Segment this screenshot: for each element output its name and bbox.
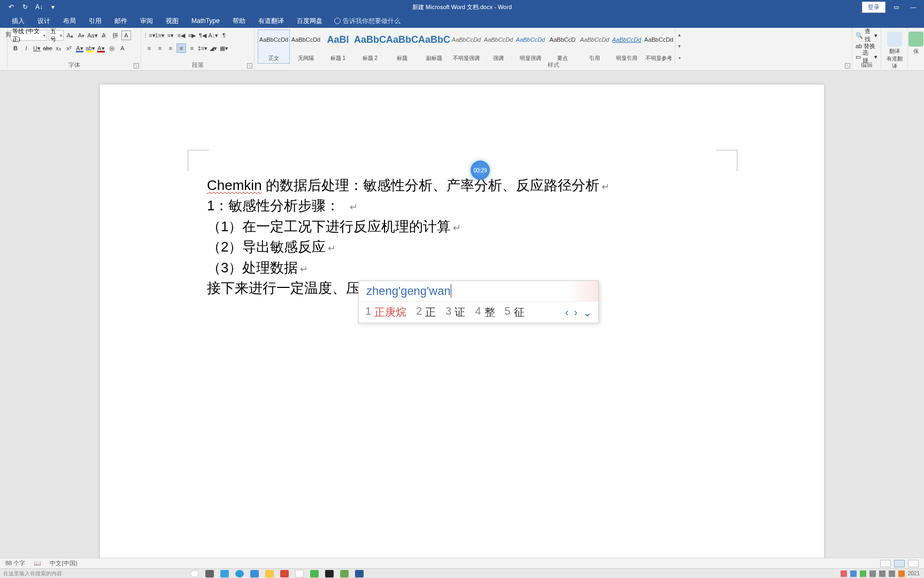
taskbar-app-4[interactable] [340,570,349,577]
wechat-icon[interactable] [310,570,319,577]
increase-indent-button[interactable]: ≡▶ [187,31,197,40]
tray-icon-3[interactable] [860,571,866,577]
tab-help[interactable]: 帮助 [226,14,252,28]
ltr-button[interactable]: ¶◀ [198,31,207,40]
ribbon-options-button[interactable]: ▭ [890,2,903,12]
translate-icon[interactable] [887,32,902,47]
tab-mathtype[interactable]: MathType [185,15,226,27]
gallery-down-icon[interactable]: ▼ [675,41,683,52]
text-effects-button[interactable]: A▾ [75,43,84,53]
network-icon[interactable] [889,571,895,577]
doc-line-4[interactable]: （2）导出敏感反应↵ [207,237,717,256]
redo-button[interactable]: ↻ [20,2,30,12]
gallery-up-icon[interactable]: ▲ [675,29,683,41]
tab-references[interactable]: 引用 [82,14,108,28]
distribute-button[interactable]: ≡ [187,43,197,53]
align-center-button[interactable]: ≡ [155,43,165,53]
style-item[interactable]: AaBbCcDd明显引用 [611,29,643,64]
spellcheck-icon[interactable]: 📖 [34,560,41,567]
read-mode-button[interactable] [880,560,891,567]
style-item[interactable]: AaBbC副标题 [418,29,450,64]
clock-year[interactable]: 2021 [908,571,920,576]
tab-review[interactable]: 审阅 [134,14,159,28]
tab-youdao[interactable]: 有道翻译 [252,14,290,28]
phonetic-guide-button[interactable]: 拼 [110,31,120,40]
cortana-icon[interactable] [190,570,199,577]
taskbar-app-3[interactable] [280,570,289,577]
explorer-icon[interactable] [265,570,274,577]
ime-candidate[interactable]: 3证 [445,305,465,320]
ime-candidate[interactable]: 2正 [416,305,436,320]
style-item[interactable]: AaBbCcDd明显强调 [514,29,546,64]
styles-more[interactable]: ▲▼▾ [675,29,683,64]
qat-customize[interactable]: ▾ [48,2,58,12]
font-size-combo[interactable]: 五号▾ [49,30,64,41]
taskbar-app-2[interactable] [235,570,244,577]
paragraph-dialog-launcher[interactable]: ⤡ [247,63,252,69]
ime-candidate[interactable]: 1正庚烷 [365,305,406,320]
tray-icon-1[interactable] [841,571,847,577]
highlight-button[interactable]: ab▾ [86,43,95,53]
word-count[interactable]: 88 个字 [5,559,25,567]
multilevel-button[interactable]: ≡▾ [166,31,175,40]
style-item[interactable]: AaBbCcDd不明显强调 [450,29,482,64]
superscript-button[interactable]: x² [64,43,74,53]
style-item[interactable]: AaBbCcD要点 [546,29,579,64]
ime-expand-button[interactable]: ⌄ [583,306,592,319]
web-layout-button[interactable] [908,560,919,567]
tab-view[interactable]: 视图 [159,14,185,28]
align-left-button[interactable]: ≡ [144,43,154,53]
taskbar-app-1[interactable] [220,570,229,577]
print-layout-button[interactable] [894,560,905,567]
align-justify-button[interactable]: ≡ [176,43,186,53]
doc-line-2[interactable]: 1：敏感性分析步骤： ↵ [207,196,717,215]
recording-timer-badge[interactable]: 00:29 [471,161,490,180]
sort-button[interactable]: A↓▾ [209,31,218,40]
tab-insert[interactable]: 插入 [5,14,31,28]
tab-design[interactable]: 设计 [31,14,57,28]
doc-line-5[interactable]: （3）处理数据↵ [207,258,717,277]
bullets-button[interactable]: ⋮≡▾ [144,31,154,40]
tray-icon-4[interactable] [869,571,876,577]
find-button[interactable]: 🔍查找▾ [856,31,877,40]
align-right-button[interactable]: ≡ [166,43,175,53]
select-button[interactable]: ▭选择▾ [856,52,877,62]
style-item[interactable]: AaBbC标题 [386,29,418,64]
touch-mode-button[interactable]: A↓ [34,2,44,12]
ime-prev-button[interactable]: ‹ [565,306,569,319]
font-name-combo[interactable]: 等线 (中文正)▾ [11,30,47,41]
style-item[interactable]: AaBbCcDd引用 [579,29,611,64]
document-body[interactable]: Chemkin 的数据后处理：敏感性分析、产率分析、反应路径分析↵ 1：敏感性分… [207,176,717,298]
ime-next-button[interactable]: › [574,306,578,319]
doc-line-1[interactable]: Chemkin 的数据后处理：敏感性分析、产率分析、反应路径分析↵ [207,176,717,195]
numbering-button[interactable]: 1≡▾ [155,31,165,40]
sogou-ime-icon[interactable] [898,571,905,577]
edge-icon[interactable] [250,570,259,577]
minimize-button[interactable]: — [907,2,920,12]
taskview-icon[interactable] [205,570,214,577]
char-border-button[interactable]: A [121,31,131,40]
italic-button[interactable]: I [21,43,31,53]
enclose-char-button[interactable]: ㊙ [107,43,117,53]
clear-format-button[interactable]: A̷ [99,31,109,40]
tell-me-search[interactable]: 告诉我你想要做什么 [334,17,401,26]
tab-layout[interactable]: 布局 [57,14,82,28]
bold-button[interactable]: B [11,43,20,53]
language-status[interactable]: 中文(中国) [50,559,77,567]
change-case-button[interactable]: Aa▾ [88,31,97,40]
save-icon[interactable] [908,32,923,47]
style-item[interactable]: AaBbC标题 2 [354,29,386,64]
volume-icon[interactable] [879,571,886,577]
shrink-font-button[interactable]: A▾ [76,31,86,40]
page[interactable]: Chemkin 的数据后处理：敏感性分析、产率分析、反应路径分析↵ 1：敏感性分… [100,85,824,568]
terminal-icon[interactable] [325,570,334,577]
borders-button[interactable]: ▦▾ [219,43,229,53]
subscript-button[interactable]: x₂ [53,43,63,53]
style-item[interactable]: AaBbCcDd不明显参考 [643,29,675,64]
taskbar-search[interactable]: 在这里输入你搜索的内容 [0,570,62,577]
style-item[interactable]: AaBl标题 1 [322,29,354,64]
tab-mailings[interactable]: 邮件 [108,14,134,28]
tray-icon-2[interactable] [850,571,857,577]
undo-button[interactable]: ↶ [6,2,16,12]
line-spacing-button[interactable]: ‡≡▾ [198,43,207,53]
